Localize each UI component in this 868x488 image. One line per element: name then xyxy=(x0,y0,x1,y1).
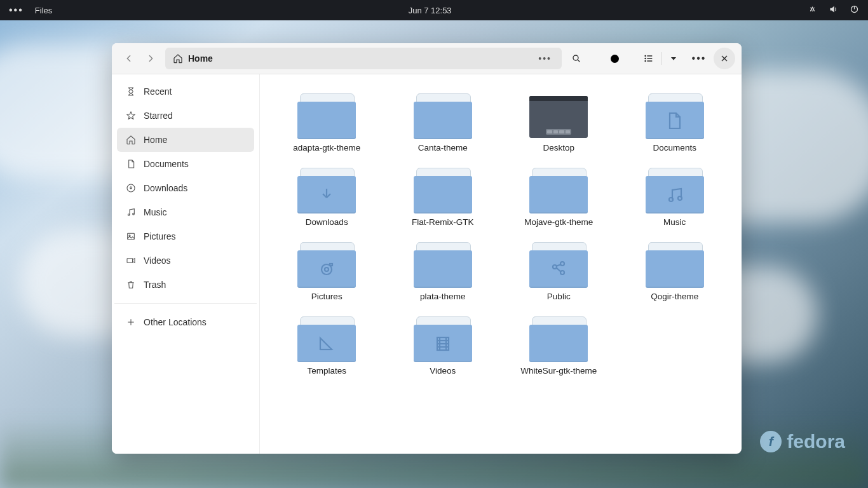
sidebar-other-locations[interactable]: Other Locations xyxy=(117,310,254,334)
folder-icon xyxy=(414,168,472,214)
folder-icon xyxy=(646,242,704,288)
sidebar-item-downloads[interactable]: Downloads xyxy=(117,176,254,200)
folder-item[interactable]: Documents xyxy=(617,90,733,164)
desktop-wallpaper: ffedora ••• Files Jun 7 12:53 Home ••• xyxy=(0,0,868,488)
svg-point-7 xyxy=(645,55,646,56)
svg-point-23 xyxy=(325,268,329,271)
folder-icon xyxy=(414,242,472,288)
folder-icon xyxy=(414,93,472,139)
svg-point-8 xyxy=(645,58,646,58)
folder-item[interactable]: plata-theme xyxy=(385,238,501,313)
power-icon[interactable] xyxy=(850,4,859,16)
activities-button[interactable]: ••• xyxy=(9,5,24,15)
clock[interactable]: Jun 7 12:53 xyxy=(52,6,808,15)
folder-label: Qogir-theme xyxy=(651,292,698,302)
kebab-icon: ••• xyxy=(692,53,707,64)
document-icon xyxy=(126,159,136,169)
svg-point-21 xyxy=(678,196,682,200)
folder-item[interactable]: adapta-gtk-theme xyxy=(269,90,385,164)
sidebar-item-label: Pictures xyxy=(144,231,176,241)
video-icon xyxy=(126,255,136,266)
sidebar-item-music[interactable]: Music xyxy=(117,200,254,224)
trash-icon xyxy=(126,280,136,290)
folder-item[interactable]: Videos xyxy=(385,313,501,387)
sidebar-item-label: Videos xyxy=(144,255,171,266)
folder-item[interactable]: Desktop xyxy=(501,90,617,164)
folder-label: Downloads xyxy=(306,217,348,228)
sidebar-item-pictures[interactable]: Pictures xyxy=(117,224,254,248)
folder-item[interactable]: Music xyxy=(617,164,733,238)
folder-label: Music xyxy=(663,217,686,228)
folder-icon xyxy=(414,316,472,362)
files-window: Home ••• ••• RecentStarredHomeDocumentsD… xyxy=(112,43,742,454)
home-icon xyxy=(173,53,183,64)
download-icon xyxy=(126,183,136,193)
folder-label: plata-theme xyxy=(420,292,465,302)
back-button[interactable] xyxy=(118,48,140,69)
svg-rect-24 xyxy=(330,264,332,266)
sidebar-item-trash[interactable]: Trash xyxy=(117,273,254,297)
dot-icon xyxy=(611,55,619,63)
folder-item[interactable]: Mojave-gtk-theme xyxy=(501,164,617,238)
path-more-button[interactable]: ••• xyxy=(536,53,554,64)
folder-icon xyxy=(529,168,588,214)
folder-icon xyxy=(529,242,588,288)
folder-item[interactable]: Downloads xyxy=(269,164,385,238)
sidebar-item-label: Other Locations xyxy=(144,317,207,327)
hourglass-icon xyxy=(126,86,136,97)
sidebar-item-documents[interactable]: Documents xyxy=(117,152,254,176)
sidebar-item-home[interactable]: Home xyxy=(117,128,254,152)
sidebar-item-label: Recent xyxy=(144,86,172,97)
svg-line-3 xyxy=(578,60,580,62)
folder-item[interactable]: Flat-Remix-GTK xyxy=(385,164,501,238)
folder-item[interactable]: Templates xyxy=(269,313,385,387)
sidebar-item-label: Home xyxy=(144,135,167,145)
sidebar-item-starred[interactable]: Starred xyxy=(117,104,254,128)
sidebar-item-label: Downloads xyxy=(144,183,187,193)
svg-point-2 xyxy=(573,55,578,60)
folder-label: Pictures xyxy=(311,292,342,302)
sidebar-item-recent[interactable]: Recent xyxy=(117,79,254,104)
view-list-button[interactable] xyxy=(638,48,660,69)
svg-rect-15 xyxy=(128,233,135,239)
folder-icon xyxy=(297,316,356,362)
svg-point-13 xyxy=(128,214,130,216)
distro-watermark: ffedora xyxy=(760,431,845,452)
folder-item[interactable]: Qogir-theme xyxy=(617,238,733,313)
plus-icon xyxy=(126,317,136,327)
view-options-dropdown[interactable] xyxy=(663,48,684,69)
music-icon xyxy=(126,207,136,217)
folder-label: WhiteSur-gtk-theme xyxy=(520,366,597,377)
path-bar[interactable]: Home ••• xyxy=(165,48,562,69)
sidebar-item-label: Documents xyxy=(144,159,189,169)
record-indicator[interactable] xyxy=(604,48,625,69)
picture-icon xyxy=(126,231,136,241)
svg-point-20 xyxy=(669,198,673,201)
folder-label: Documents xyxy=(653,143,696,154)
folder-label: Public xyxy=(547,292,571,302)
folder-content[interactable]: adapta-gtk-themeCanta-themeDesktopDocume… xyxy=(260,74,742,454)
folder-item[interactable]: Canta-theme xyxy=(385,90,501,164)
sidebar-item-videos[interactable]: Videos xyxy=(117,248,254,273)
folder-item[interactable]: Pictures xyxy=(269,238,385,313)
folder-label: adapta-gtk-theme xyxy=(293,143,360,154)
folder-label: Templates xyxy=(307,366,346,377)
headerbar: Home ••• ••• xyxy=(112,43,742,74)
forward-button[interactable] xyxy=(140,48,161,69)
home-icon xyxy=(126,135,136,145)
folder-label: Canta-theme xyxy=(418,143,468,154)
search-button[interactable] xyxy=(566,48,587,69)
folder-item[interactable]: WhiteSur-gtk-theme xyxy=(501,313,617,387)
folder-icon xyxy=(297,93,356,139)
folder-icon xyxy=(529,316,588,362)
folder-item[interactable]: Public xyxy=(501,238,617,313)
folder-label: Flat-Remix-GTK xyxy=(412,217,474,228)
sidebar: RecentStarredHomeDocumentsDownloadsMusic… xyxy=(112,74,260,454)
close-button[interactable] xyxy=(714,48,735,69)
hamburger-menu-button[interactable]: ••• xyxy=(688,48,710,69)
app-menu-label[interactable]: Files xyxy=(35,6,52,15)
path-label: Home xyxy=(188,53,213,64)
svg-point-14 xyxy=(133,213,135,215)
volume-icon[interactable] xyxy=(829,4,838,16)
network-icon[interactable] xyxy=(808,4,817,16)
